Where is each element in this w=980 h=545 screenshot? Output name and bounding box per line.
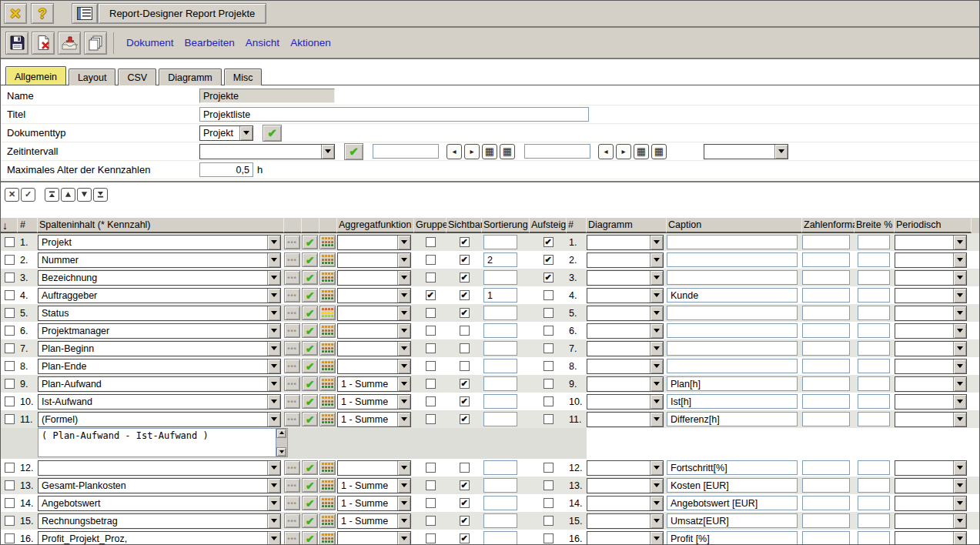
aufsteig-checkbox[interactable] [544, 533, 554, 543]
zahlenformat-input[interactable] [802, 359, 850, 373]
gruppe-checkbox[interactable] [426, 379, 436, 389]
aufsteig-checkbox[interactable]: ✔ [544, 272, 554, 283]
periodisch-select[interactable] [895, 288, 967, 303]
chevron-down-icon[interactable] [953, 514, 966, 528]
sichtbar-checkbox[interactable]: ✔ [460, 255, 470, 265]
row-select-checkbox[interactable] [5, 326, 15, 336]
column-type-button[interactable] [319, 235, 336, 249]
chevron-down-icon[interactable] [397, 395, 410, 409]
caption-input[interactable] [667, 460, 798, 475]
caption-input[interactable] [667, 478, 798, 493]
sortierung-input[interactable] [483, 496, 517, 510]
aufsteig-checkbox[interactable]: ✔ [544, 237, 554, 247]
sichtbar-checkbox[interactable]: ✔ [460, 290, 470, 300]
caption-input[interactable] [667, 270, 798, 285]
chevron-down-icon[interactable] [397, 306, 410, 320]
apply-column-button[interactable]: ✔ [302, 235, 318, 249]
chevron-down-icon[interactable] [650, 479, 663, 493]
aggregatfunktion-select[interactable]: 1 - Summe [337, 412, 411, 427]
periodisch-select[interactable] [895, 235, 967, 250]
column-content-select[interactable]: Rechnungsbetrag [38, 513, 281, 529]
column-type-button[interactable] [319, 376, 336, 391]
aggregatfunktion-select[interactable] [337, 252, 411, 268]
zahlenformat-input[interactable] [802, 288, 850, 303]
sortierung-input[interactable] [483, 306, 517, 320]
row-select-checkbox[interactable] [5, 379, 15, 389]
sortierung-input[interactable] [483, 235, 517, 249]
more-options-button[interactable]: ••• [284, 341, 300, 356]
chevron-down-icon[interactable] [397, 359, 410, 373]
deselect-all-button[interactable]: ✕ [5, 188, 19, 202]
caption-input[interactable] [667, 376, 798, 391]
periodisch-select[interactable] [895, 341, 967, 356]
sichtbar-checkbox[interactable]: ✔ [460, 414, 470, 424]
apply-column-button[interactable]: ✔ [302, 496, 318, 510]
sortierung-input[interactable] [483, 412, 517, 426]
column-type-button[interactable] [319, 478, 336, 493]
max-alter-input[interactable] [199, 162, 253, 177]
gruppe-checkbox[interactable] [426, 498, 436, 508]
sichtbar-checkbox[interactable]: ✔ [460, 379, 470, 389]
tab-allgemein[interactable]: Allgemein [5, 66, 66, 85]
sichtbar-checkbox[interactable]: ✔ [460, 533, 470, 543]
caption-input[interactable] [667, 288, 798, 303]
zahlenformat-input[interactable] [802, 235, 850, 249]
chevron-down-icon[interactable] [239, 126, 253, 140]
column-content-select[interactable]: Plan-Aufwand [38, 376, 281, 392]
gruppe-checkbox[interactable] [426, 343, 436, 353]
breite-input[interactable] [858, 341, 890, 356]
chevron-down-icon[interactable] [650, 413, 663, 426]
aggregatfunktion-select[interactable]: 1 - Summe [337, 513, 411, 529]
periodisch-select[interactable] [895, 460, 967, 476]
column-type-button[interactable] [319, 412, 336, 426]
row-select-checkbox[interactable] [5, 414, 15, 424]
apply-column-button[interactable]: ✔ [302, 513, 318, 528]
row-select-checkbox[interactable] [5, 361, 15, 371]
aggregatfunktion-select[interactable] [337, 288, 411, 303]
diagramm-select[interactable] [587, 359, 664, 374]
aufsteig-checkbox[interactable] [544, 463, 554, 473]
chevron-down-icon[interactable] [267, 324, 280, 338]
more-options-button[interactable]: ••• [284, 323, 300, 338]
zahlenformat-input[interactable] [802, 270, 850, 285]
next-arrow-icon[interactable]: ▸ [616, 144, 631, 159]
row-select-checkbox[interactable] [5, 272, 15, 283]
gruppe-checkbox[interactable] [426, 414, 436, 424]
chevron-down-icon[interactable] [267, 413, 280, 426]
sortierung-input[interactable] [483, 513, 517, 528]
chevron-down-icon[interactable] [267, 377, 280, 391]
column-type-button[interactable] [319, 323, 336, 338]
help-button[interactable]: ? [31, 3, 54, 24]
column-type-button[interactable] [319, 531, 336, 545]
column-content-select[interactable]: Profit_Projekt_Proz, [38, 531, 281, 545]
caption-input[interactable] [667, 359, 798, 373]
aufsteig-checkbox[interactable] [544, 326, 554, 336]
chevron-down-icon[interactable] [397, 461, 410, 475]
chevron-down-icon[interactable] [953, 289, 966, 303]
breite-input[interactable] [858, 359, 890, 373]
sortierung-input[interactable] [483, 359, 517, 373]
more-options-button[interactable]: ••• [284, 460, 300, 475]
row-select-checkbox[interactable] [5, 498, 15, 508]
chevron-down-icon[interactable] [267, 306, 280, 320]
row-select-checkbox[interactable] [5, 255, 15, 265]
row-select-checkbox[interactable] [5, 308, 15, 318]
chevron-down-icon[interactable] [650, 324, 663, 338]
chevron-down-icon[interactable] [650, 253, 663, 267]
formula-textarea[interactable] [38, 428, 276, 457]
name-input[interactable] [199, 89, 335, 103]
chevron-down-icon[interactable] [650, 306, 663, 320]
aggregatfunktion-select[interactable] [337, 323, 411, 339]
calendar-icon[interactable]: ▦ [634, 144, 649, 159]
zeitintervall-apply-button[interactable]: ✔ [344, 143, 363, 160]
periodisch-select[interactable] [895, 412, 967, 427]
formula-scrollbar[interactable] [276, 428, 288, 457]
sortierung-input[interactable] [483, 460, 517, 475]
more-options-button[interactable]: ••• [284, 412, 300, 426]
breite-input[interactable] [858, 306, 890, 320]
calendar-icon[interactable]: ▦ [651, 144, 667, 159]
breite-input[interactable] [858, 376, 890, 391]
date-to-input[interactable] [524, 144, 590, 159]
breite-input[interactable] [858, 288, 890, 303]
breite-input[interactable] [858, 412, 890, 426]
